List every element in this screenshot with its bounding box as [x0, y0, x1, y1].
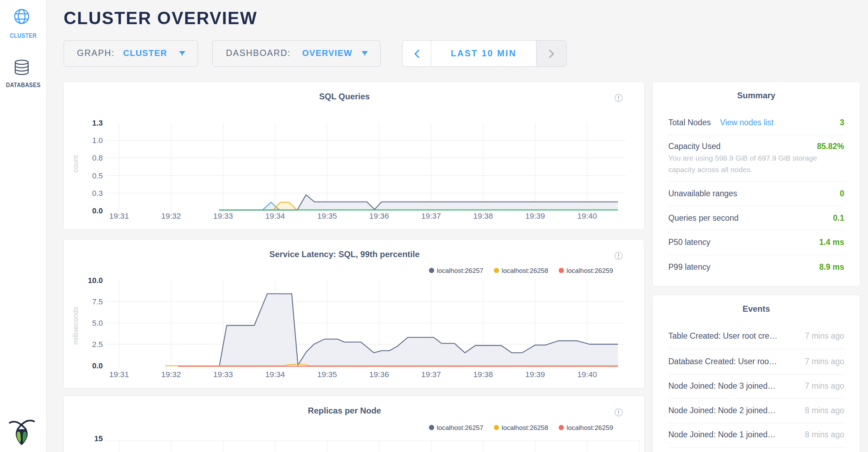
- svg-text:localhost:26258: localhost:26258: [502, 424, 548, 431]
- svg-text:7.5: 7.5: [92, 297, 103, 306]
- svg-text:localhost:26258: localhost:26258: [502, 267, 548, 274]
- svg-text:19:32: 19:32: [161, 212, 181, 220]
- svg-text:19:37: 19:37: [421, 370, 441, 379]
- svg-text:2.5: 2.5: [92, 340, 103, 349]
- svg-text:19:38: 19:38: [473, 212, 493, 220]
- svg-text:19:33: 19:33: [213, 212, 233, 220]
- svg-text:0.8: 0.8: [92, 154, 103, 162]
- svg-text:0.3: 0.3: [92, 189, 103, 198]
- svg-text:localhost:26257: localhost:26257: [437, 267, 483, 274]
- svg-text:19:40: 19:40: [577, 370, 597, 379]
- svg-text:0.5: 0.5: [92, 171, 103, 180]
- svg-text:19:31: 19:31: [109, 212, 129, 220]
- svg-text:localhost:26259: localhost:26259: [567, 267, 613, 274]
- svg-text:0.0: 0.0: [92, 206, 103, 215]
- svg-text:19:38: 19:38: [473, 370, 493, 379]
- svg-text:localhost:26259: localhost:26259: [567, 424, 613, 431]
- svg-text:0.0: 0.0: [92, 361, 103, 370]
- svg-text:19:31: 19:31: [109, 370, 129, 379]
- svg-text:1.3: 1.3: [92, 119, 103, 127]
- svg-text:5.0: 5.0: [92, 319, 103, 327]
- svg-text:19:39: 19:39: [525, 212, 545, 220]
- svg-text:19:36: 19:36: [369, 370, 389, 379]
- svg-text:localhost:26257: localhost:26257: [437, 424, 483, 431]
- svg-text:Replicas per Node: Replicas per Node: [308, 406, 381, 415]
- svg-text:19:37: 19:37: [421, 212, 441, 220]
- svg-text:19:39: 19:39: [525, 370, 545, 379]
- svg-text:19:32: 19:32: [161, 370, 181, 379]
- svg-text:1.0: 1.0: [92, 136, 103, 145]
- svg-text:19:35: 19:35: [317, 212, 337, 220]
- svg-text:19:33: 19:33: [213, 370, 233, 379]
- svg-text:Service Latency: SQL, 99th per: Service Latency: SQL, 99th percentile: [269, 249, 420, 259]
- svg-text:19:35: 19:35: [317, 370, 337, 379]
- svg-text:15: 15: [94, 434, 103, 443]
- svg-text:19:34: 19:34: [265, 212, 285, 220]
- svg-text:19:34: 19:34: [265, 370, 285, 379]
- svg-text:SQL Queries: SQL Queries: [319, 92, 370, 101]
- svg-text:10.0: 10.0: [88, 276, 103, 285]
- svg-text:19:40: 19:40: [577, 212, 597, 220]
- svg-text:19:36: 19:36: [369, 212, 389, 220]
- svg-text:count: count: [72, 155, 79, 172]
- svg-text:milliseconds: milliseconds: [72, 307, 79, 345]
